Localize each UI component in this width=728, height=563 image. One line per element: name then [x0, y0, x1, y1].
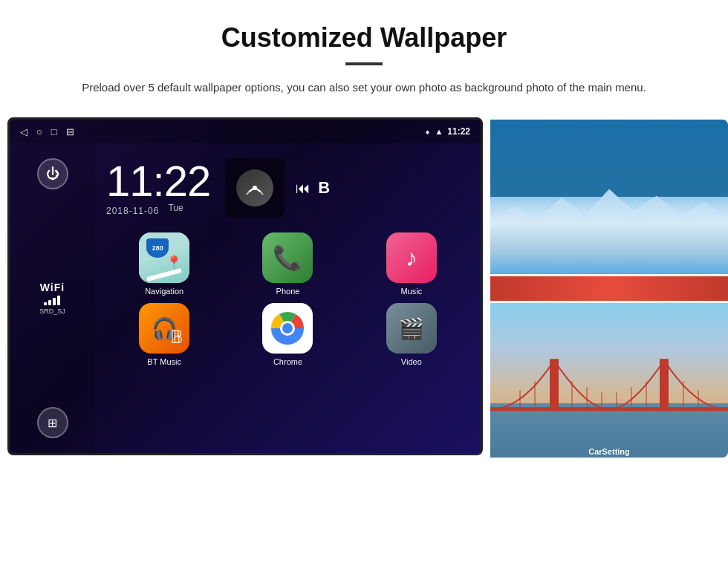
clock-date: 2018-11-06 [106, 206, 159, 216]
clock-day: Tue [168, 203, 183, 216]
nav-marker-icon: 📍 [166, 255, 182, 271]
clock-date-row: 2018-11-06 Tue [106, 203, 183, 216]
app-chrome[interactable]: Chrome [230, 303, 345, 366]
prev-track-icon[interactable]: ⏮ [296, 180, 311, 197]
bridge-svg [490, 334, 728, 458]
svg-rect-7 [660, 359, 669, 411]
clock-time: 11:22 [106, 160, 210, 203]
android-screen: ◁ ○ □ ⊟ ⬧ ▲ 11:22 ⏻ [7, 117, 483, 455]
recent-nav-icon[interactable]: □ [51, 126, 57, 137]
app-video[interactable]: 🎬 Video [354, 303, 469, 366]
wp-ice [490, 189, 728, 274]
home-nav-icon[interactable]: ○ [36, 126, 42, 137]
status-time: 11:22 [447, 126, 470, 137]
carsetting-label: CarSetting [588, 447, 630, 456]
screenshot-icon[interactable]: ⊟ [66, 126, 74, 137]
back-nav-icon[interactable]: ◁ [20, 126, 27, 137]
clock-block: 11:22 2018-11-06 Tue [106, 160, 210, 216]
location-icon: ⬧ [425, 127, 430, 136]
power-icon: ⏻ [46, 166, 59, 182]
music-app-label: Music [400, 287, 422, 296]
power-button[interactable]: ⏻ [37, 158, 68, 189]
wp-middle-shelf [490, 276, 728, 301]
wifi-bar-2 [48, 300, 51, 305]
phone-app-label: Phone [276, 287, 300, 296]
svg-rect-6 [550, 359, 559, 411]
wallpaper-top[interactable] [490, 120, 728, 274]
bluetooth-icon: 𝔹 [170, 327, 183, 348]
bt-app-icon: 𝔹 🎧 [139, 303, 189, 354]
page-title: Customized Wallpaper [221, 22, 507, 53]
music-app-icon: ♪ [386, 232, 437, 283]
app-music[interactable]: ♪ Music [354, 232, 469, 296]
apps-grid-button[interactable]: ⊞ [37, 407, 68, 438]
wifi-bar-3 [53, 298, 56, 305]
phone-icon: 📞 [273, 244, 302, 272]
chrome-app-label: Chrome [273, 357, 302, 366]
app-bt-music[interactable]: 𝔹 🎧 BT Music [106, 303, 222, 366]
video-app-icon: 🎬 [386, 303, 437, 354]
sidebar: ⏻ WiFi SRD_SJ ⊞ [10, 143, 95, 453]
phone-app-icon: 📞 [262, 232, 313, 283]
grid-icon: ⊞ [48, 416, 57, 430]
status-right-icons: ⬧ ▲ 11:22 [425, 126, 470, 137]
wallpaper-panels: CarSetting [490, 120, 728, 458]
app-grid: 280 📍 Navigation 📞 Phone [95, 225, 481, 374]
wp-sky [490, 120, 728, 197]
nav-app-label: Navigation [145, 287, 183, 296]
wifi-status-icon: ▲ [435, 127, 443, 136]
wifi-ssid: SRD_SJ [39, 307, 65, 315]
clock-area: 11:22 2018-11-06 Tue [95, 143, 481, 225]
next-letter-label: B [318, 178, 330, 198]
title-divider [345, 62, 383, 65]
android-main: ⏻ WiFi SRD_SJ ⊞ [10, 143, 481, 453]
wifi-label: WiFi [40, 282, 65, 293]
wifi-widget[interactable]: WiFi SRD_SJ [39, 282, 65, 315]
wifi-bar-4 [57, 296, 60, 305]
media-signal-icon [244, 177, 266, 199]
center-content: 11:22 2018-11-06 Tue [95, 143, 481, 453]
wifi-bar-1 [44, 302, 47, 305]
media-widget-icon [236, 169, 273, 206]
chrome-svg-icon [269, 310, 306, 347]
media-controls: ⏮ B [296, 178, 330, 198]
svg-point-4 [282, 323, 293, 333]
bt-app-label: BT Music [147, 357, 181, 366]
chrome-app-icon [262, 303, 313, 354]
app-navigation[interactable]: 280 📍 Navigation [106, 232, 222, 296]
music-icon: ♪ [406, 244, 417, 272]
app-phone[interactable]: 📞 Phone [230, 232, 345, 296]
device-area: ◁ ○ □ ⊟ ⬧ ▲ 11:22 ⏻ [7, 117, 721, 455]
media-widget [225, 158, 285, 218]
video-app-label: Video [401, 357, 422, 366]
wallpaper-bottom[interactable]: CarSetting [490, 303, 728, 458]
nav-app-icon: 280 📍 [139, 232, 189, 283]
page-description: Preload over 5 default wallpaper options… [82, 79, 646, 97]
wifi-bars [44, 296, 60, 305]
page-wrapper: Customized Wallpaper Preload over 5 defa… [0, 0, 728, 470]
video-icon: 🎬 [398, 316, 424, 341]
status-nav-icons: ◁ ○ □ ⊟ [20, 126, 74, 137]
status-bar: ◁ ○ □ ⊟ ⬧ ▲ 11:22 [10, 120, 481, 143]
